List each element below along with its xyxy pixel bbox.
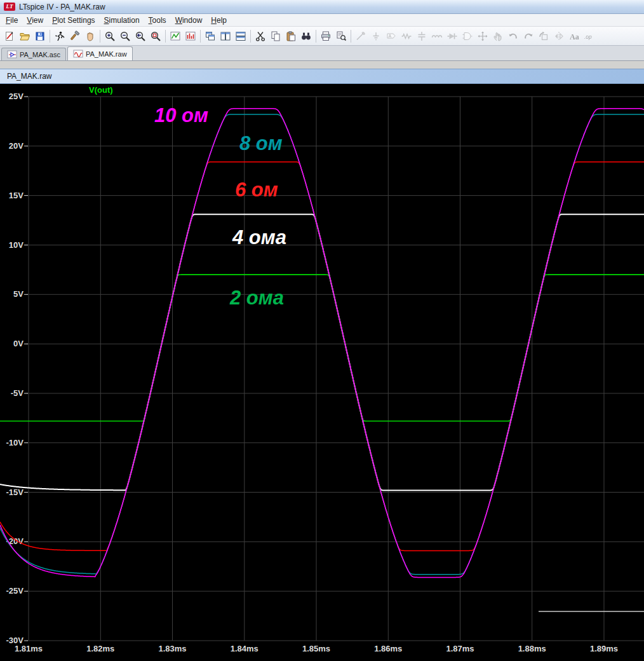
y-tick-label: 25V [9,92,23,101]
schematic-file-icon [7,50,17,59]
menu-plot-settings[interactable]: Plot Settings [48,15,99,26]
plot-canvas: 25V20V15V10V5V0V-5V-10V-15V-20V-25V-30V1… [0,84,644,661]
plot-window-title: PA_MAK.raw [7,72,51,81]
annotation-6-ом: 6 ом [235,179,278,201]
y-tick-label: 10V [9,240,23,250]
find-button[interactable] [299,29,314,44]
y-tick-label: -25V [6,586,24,596]
toolbar-separator [50,30,50,43]
print-button[interactable] [318,29,333,44]
x-tick-label: 1.81ms [15,644,43,653]
waveform-plot[interactable]: 25V20V15V10V5V0V-5V-10V-15V-20V-25V-30V1… [0,84,644,661]
annotation-4-ома: 4 ома [232,226,286,249]
drag-button[interactable] [490,29,506,44]
zoom-out-button[interactable] [117,29,133,44]
move-button[interactable] [475,29,490,44]
waveform-file-icon [73,49,83,58]
y-tick-label: -10V [6,438,24,447]
plot-window-titlebar[interactable]: PA_MAK.raw [0,69,644,84]
x-axis-labels: 1.81ms1.82ms1.83ms1.84ms1.85ms1.86ms1.87… [15,644,618,653]
wire-button[interactable] [353,29,368,44]
toolbar: AAa.op [0,27,644,46]
menu-file[interactable]: File [1,15,22,26]
spice-directive-button[interactable]: .op [582,29,597,44]
tab-bar: PA_MAK.ascPA_MAK.raw [0,46,644,61]
halt-button[interactable] [83,29,98,44]
tab-label: PA_MAK.asc [20,51,60,58]
y-tick-label: -15V [6,487,24,497]
tab-label: PA_MAK.raw [86,50,127,58]
new-schematic-button[interactable] [2,29,17,44]
toolbar-separator [351,30,351,43]
menu-window[interactable]: Window [171,15,207,26]
menu-tools[interactable]: Tools [144,15,171,26]
zoom-in-button[interactable] [102,29,117,44]
zoom-full-extents-button[interactable] [148,29,163,44]
redo-button[interactable] [521,29,536,44]
toolbar-separator [250,30,251,43]
tab-pa-mak-raw[interactable]: PA_MAK.raw [67,46,133,60]
svg-text:A: A [389,34,392,38]
y-tick-label: 20V [9,141,23,151]
toolbar-separator [316,30,316,43]
zoom-back-button[interactable] [133,29,148,44]
x-tick-label: 1.89ms [590,644,618,653]
x-tick-label: 1.87ms [446,644,474,653]
component-button[interactable] [460,29,475,44]
fft-button[interactable] [183,29,198,44]
x-tick-label: 1.86ms [374,644,402,653]
net-label-button[interactable]: A [384,29,399,44]
rotate-button[interactable] [536,29,551,44]
copy-button[interactable] [268,29,283,44]
y-tick-label: 0V [13,339,23,348]
menu-view[interactable]: View [22,15,48,26]
menu-bar: FileViewPlot SettingsSimulationToolsWind… [0,14,644,27]
legend-v-out[interactable]: V(out) [89,85,113,95]
resistor-button[interactable] [399,29,414,44]
svg-text:.op: .op [584,33,592,39]
annotation-8-ом: 8 ом [239,132,283,154]
y-tick-label: 15V [9,191,23,200]
tab-pa-mak-asc[interactable]: PA_MAK.asc [1,48,66,60]
window-titlebar[interactable]: LT LTspice IV - PA_MAK.raw [0,0,644,14]
toolbar-separator [165,30,166,43]
cascade-windows-button[interactable] [203,29,218,44]
y-tick-label: -5V [11,388,24,398]
x-tick-label: 1.83ms [158,644,186,653]
mdi-client-area [0,61,644,69]
capacitor-button[interactable] [414,29,429,44]
annotation-2-ома: 2 ома [229,287,284,309]
toolbar-separator [200,30,201,43]
save-button[interactable] [32,29,48,44]
run-button[interactable] [52,29,67,44]
undo-button[interactable] [506,29,521,44]
ltspice-logo-icon: LT [4,3,15,11]
menu-simulation[interactable]: Simulation [100,15,144,26]
cut-button[interactable] [253,29,268,44]
inductor-button[interactable] [429,29,445,44]
x-tick-label: 1.88ms [518,644,546,653]
ground-button[interactable] [368,29,384,44]
y-tick-label: 5V [13,289,23,299]
print-preview-button[interactable] [333,29,349,44]
paste-button[interactable] [283,29,299,44]
x-tick-label: 1.82ms [86,644,114,653]
control-panel-button[interactable] [67,29,83,44]
mirror-button[interactable] [551,29,567,44]
tile-vertically-button[interactable] [218,29,233,44]
ltspice-window: LT LTspice IV - PA_MAK.raw FileViewPlot … [0,0,644,661]
x-tick-label: 1.85ms [302,644,330,653]
svg-text:Aa: Aa [570,32,579,41]
x-tick-label: 1.84ms [231,644,258,653]
text-button[interactable]: Aa [567,29,582,44]
diode-button[interactable] [445,29,460,44]
open-button[interactable] [17,29,32,44]
window-title: LTspice IV - PA_MAK.raw [19,3,105,11]
toolbar-separator [100,30,100,43]
menu-help[interactable]: Help [206,15,231,26]
annotation-10-ом: 10 ом [154,104,208,126]
plot-settings-button[interactable] [168,29,183,44]
tile-horizontally-button[interactable] [233,29,248,44]
